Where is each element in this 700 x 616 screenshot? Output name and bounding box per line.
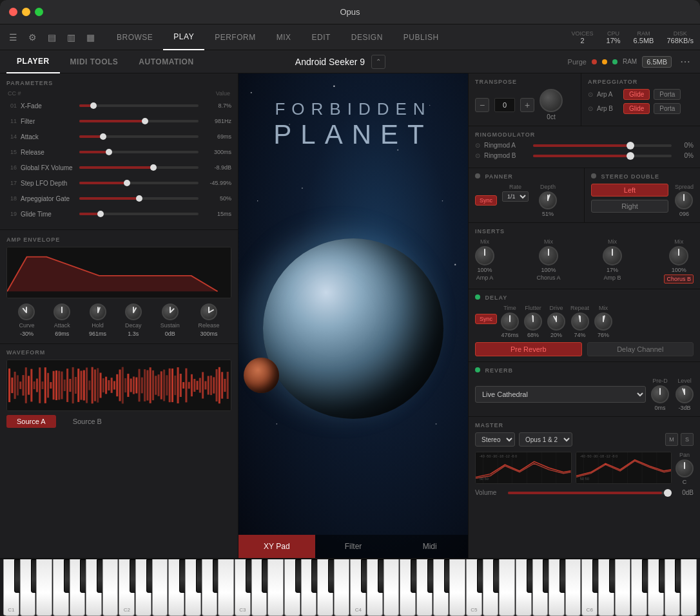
piano-white-key-5-3[interactable]	[631, 559, 647, 616]
tab-play[interactable]: PLAY	[163, 24, 204, 50]
piano-white-key-3-3[interactable]	[400, 559, 416, 616]
piano-white-key-5-4[interactable]	[648, 559, 664, 616]
tab-mix[interactable]: MIX	[266, 24, 302, 50]
piano-white-key-2-6[interactable]	[334, 559, 350, 616]
tab-publish[interactable]: PUBLISH	[393, 24, 449, 50]
piano-white-key-4-1[interactable]	[483, 559, 499, 616]
spread-knob[interactable]	[675, 191, 693, 209]
param-slider[interactable]	[79, 115, 199, 128]
tab-browse[interactable]: BROWSE	[106, 24, 163, 50]
param-slider[interactable]	[79, 207, 199, 220]
ringmod-a-slider[interactable]	[533, 144, 672, 147]
release-knob[interactable]	[200, 303, 217, 320]
piano-white-key-4-4[interactable]	[532, 559, 549, 616]
right-btn[interactable]: Right	[591, 200, 668, 213]
left-btn[interactable]: Left	[591, 184, 668, 197]
piano-white-key-3-5[interactable]	[433, 559, 449, 616]
piano-white-key-4-3[interactable]	[516, 559, 532, 616]
piano-white-key-1-1[interactable]	[135, 559, 151, 616]
param-slider[interactable]	[79, 192, 199, 205]
settings-icon[interactable]: ⚙	[26, 31, 39, 44]
piano-white-key-4-2[interactable]	[499, 559, 515, 616]
waveform-tab-source-b[interactable]: Source B	[63, 415, 112, 428]
param-slider[interactable]	[79, 130, 199, 143]
param-slider[interactable]	[79, 177, 199, 189]
piano-white-key-1-6[interactable]	[218, 559, 234, 616]
piano-white-key-3-2[interactable]	[384, 559, 400, 616]
rate-select[interactable]: 1/1	[502, 191, 529, 202]
depth-knob[interactable]	[539, 191, 557, 209]
delay-mix-knob[interactable]	[594, 313, 612, 331]
panner-sync-btn[interactable]: Sync	[475, 195, 497, 206]
panel2-icon[interactable]: ▥	[64, 31, 77, 44]
curve-knob[interactable]	[18, 303, 35, 320]
piano-white-key-5-1[interactable]	[598, 559, 614, 616]
master-s-btn[interactable]: S	[681, 433, 694, 446]
piano-white-key-2-4[interactable]	[301, 559, 317, 616]
subtab-automation[interactable]: AUTOMATION	[128, 50, 204, 73]
minimize-button[interactable]	[22, 8, 30, 16]
decay-knob[interactable]	[125, 303, 142, 320]
delay-channel-btn[interactable]: Delay Channel	[587, 342, 694, 356]
arp-b-glide-btn[interactable]: Glide	[623, 103, 650, 114]
transpose-knob[interactable]	[540, 89, 563, 112]
tab-edit[interactable]: EDIT	[301, 24, 340, 50]
delay-repeat-knob[interactable]	[571, 313, 589, 331]
pan-knob[interactable]	[676, 459, 694, 477]
piano-white-key-0-5[interactable]	[86, 559, 102, 616]
piano-white-key-2-3[interactable]	[284, 559, 300, 616]
instrument-arrow-btn[interactable]: ⌃	[371, 55, 385, 69]
volume-slider[interactable]	[508, 492, 670, 494]
reverb-level-knob[interactable]	[676, 385, 694, 403]
piano-white-key-4-6[interactable]	[565, 559, 581, 616]
delay-drive-knob[interactable]	[547, 313, 565, 331]
master-m-btn[interactable]: M	[665, 433, 678, 446]
reverb-preset-select[interactable]: Live Cathedral	[475, 386, 646, 403]
param-slider[interactable]	[79, 161, 199, 174]
param-slider[interactable]	[79, 146, 199, 159]
tab-xypad[interactable]: XY Pad	[238, 535, 315, 558]
arp-b-porta-btn[interactable]: Porta	[654, 103, 681, 114]
waveform-tab-source-a[interactable]: Source A	[6, 415, 56, 428]
subtab-player[interactable]: PLAYER	[6, 50, 60, 73]
piano-white-key-1-0[interactable]: C2	[119, 559, 135, 616]
panel3-icon[interactable]: ▦	[84, 31, 97, 44]
insert-mix-knob[interactable]	[475, 246, 494, 265]
insert-mix-knob[interactable]	[669, 246, 688, 265]
delay-sync-btn[interactable]: Sync	[475, 314, 497, 324]
piano-white-key-0-0[interactable]: C1	[3, 559, 19, 616]
piano-white-key-3-6[interactable]	[449, 559, 465, 616]
arp-a-glide-btn[interactable]: Glide	[623, 89, 650, 100]
piano-white-key-0-4[interactable]	[70, 559, 86, 616]
transpose-minus-btn[interactable]: −	[475, 98, 489, 112]
piano-white-key-1-3[interactable]	[168, 559, 184, 616]
pre-d-knob[interactable]	[651, 385, 669, 403]
piano-white-key-0-2[interactable]	[36, 559, 52, 616]
tab-perform[interactable]: PERFORM	[204, 24, 266, 50]
master-channel-select[interactable]: Opus 1 & 2	[519, 432, 572, 447]
piano-white-key-1-2[interactable]	[152, 559, 168, 616]
param-slider[interactable]	[79, 99, 199, 112]
piano-white-key-5-2[interactable]	[615, 559, 631, 616]
insert-mix-knob[interactable]	[603, 246, 622, 265]
tab-design[interactable]: DESIGN	[341, 24, 393, 50]
piano-white-key-3-1[interactable]	[367, 559, 383, 616]
maximize-button[interactable]	[35, 8, 43, 16]
piano-white-key-3-4[interactable]	[416, 559, 433, 616]
arp-a-porta-btn[interactable]: Porta	[654, 89, 681, 100]
piano-white-key-5-6[interactable]	[681, 559, 697, 616]
delay-flutter-knob[interactable]	[524, 313, 542, 331]
ringmod-b-slider[interactable]	[533, 155, 672, 157]
piano-white-key-3-0[interactable]: C4	[350, 559, 366, 616]
transpose-plus-btn[interactable]: +	[520, 98, 534, 112]
pre-reverb-btn[interactable]: Pre Reverb	[475, 342, 582, 356]
piano-white-key-5-0[interactable]: C6	[581, 559, 598, 616]
tab-filter[interactable]: Filter	[315, 535, 392, 558]
insert-mix-knob[interactable]	[539, 246, 558, 265]
piano-white-key-0-6[interactable]	[102, 559, 119, 616]
piano-white-key-0-3[interactable]	[53, 559, 69, 616]
piano-white-key-4-0[interactable]: C5	[466, 559, 482, 616]
hold-knob[interactable]	[90, 303, 106, 320]
panel1-icon[interactable]: ▤	[45, 31, 58, 44]
piano-white-key-2-1[interactable]	[251, 559, 267, 616]
